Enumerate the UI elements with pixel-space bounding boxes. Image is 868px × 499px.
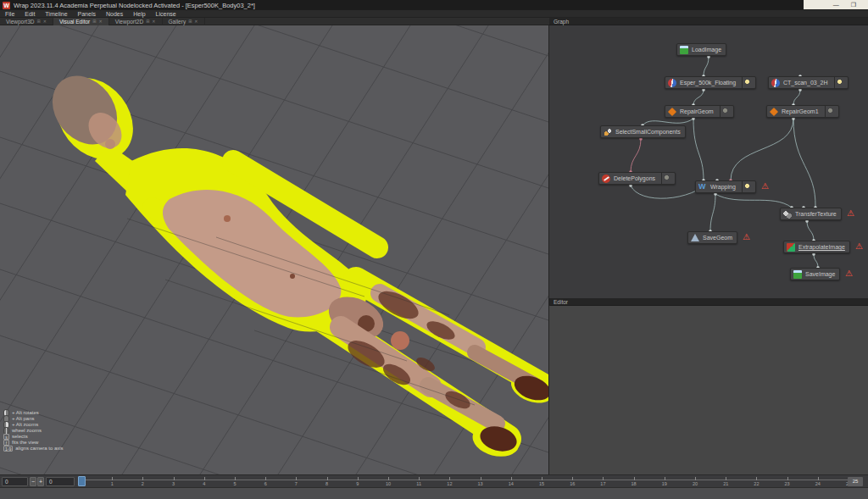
node-CT_scan_03_2H[interactable]: CT_scan_03_2H <box>768 76 849 89</box>
timeline-tick <box>695 477 696 480</box>
menu-item-file[interactable]: File <box>0 10 19 18</box>
tab-visual-editor[interactable]: Visual Editor⊞✕ <box>53 18 109 25</box>
timeline-ruler[interactable] <box>81 480 849 480</box>
tab-label: Gallery <box>169 19 186 25</box>
frame-increment-button[interactable]: + <box>37 477 44 486</box>
tab-viewport2d[interactable]: Viewport2D⊞✕ <box>109 18 163 25</box>
visibility-bulb-icon[interactable] <box>661 173 670 184</box>
visibility-bulb-icon[interactable] <box>834 77 843 88</box>
node-TransferTexture[interactable]: TransferTexture <box>780 208 842 220</box>
edge-Wrapping-to-TransferTexture <box>715 194 792 208</box>
node-SaveImage[interactable]: SaveImage <box>790 268 840 280</box>
node-SaveGeom[interactable]: SaveGeom <box>687 231 737 244</box>
timeline-tick-label: 16 <box>570 481 575 486</box>
legend-text: fits the view <box>12 440 38 445</box>
node-label: ExtrapolateImage <box>798 244 845 250</box>
timeline-tick-label: 21 <box>723 481 728 486</box>
edge-TransferTexture-to-ExtrapolateImage <box>807 221 814 241</box>
viewport-hotkey-legend: + Alt rotates+ Alt pans+ Alt zoomswheel … <box>3 410 64 451</box>
tab-label: Viewport3D <box>6 19 34 25</box>
node-label: SaveGeom <box>703 235 732 241</box>
tab-close-icon[interactable]: ✕ <box>43 19 47 24</box>
tab-split-icon[interactable]: ⊞ <box>36 19 40 24</box>
viewport-3d[interactable]: + Alt rotates+ Alt pans+ Alt zoomswheel … <box>0 25 548 474</box>
timeline-playhead[interactable] <box>78 476 86 486</box>
menu-item-license[interactable]: License <box>151 10 181 18</box>
timeline-tick <box>388 477 389 480</box>
menu-item-help[interactable]: Help <box>128 10 150 18</box>
timeline-tick-label: 6 <box>264 481 267 486</box>
node-SelectSmallComponents[interactable]: SelectSmallComponents <box>600 125 686 138</box>
node-RepairGeom[interactable]: RepairGeom <box>665 105 734 118</box>
timeline-tick <box>634 477 635 480</box>
node-LoadImage[interactable]: LoadImage <box>676 43 726 56</box>
editor-panel-header: Editor <box>549 298 868 306</box>
legend-row: + Alt rotates <box>3 410 64 415</box>
timeline-tick-label: 13 <box>478 481 483 486</box>
repairgeom-icon <box>668 107 676 115</box>
minimize-button[interactable]: — <box>833 0 839 9</box>
legend-text: wheel zooms <box>12 428 42 433</box>
timeline-tick <box>542 477 542 480</box>
ct_scan_03_2h-icon <box>771 79 780 87</box>
viewport-canvas <box>0 25 548 474</box>
menu-item-timeline[interactable]: Timeline <box>40 10 72 18</box>
timeline-tick <box>818 477 819 480</box>
menu-item-edit[interactable]: Edit <box>19 10 40 18</box>
savegeom-icon <box>691 234 699 241</box>
scanned-body-model <box>39 63 548 461</box>
editor-panel[interactable] <box>549 306 868 474</box>
timeline-tick-label: 17 <box>600 481 605 486</box>
node-graph-panel[interactable]: LoadImageEsper_500k_FloatingCT_scan_03_2… <box>549 25 868 298</box>
edge-Esper_500k_Floating-to-RepairGeom <box>693 90 704 105</box>
node-ExtrapolateImage[interactable]: ExtrapolateImage <box>783 241 850 253</box>
timeline-tick-label: 7 <box>295 481 298 486</box>
edge-RepairGeom-to-Wrapping <box>693 119 704 180</box>
node-Esper_500k_Floating[interactable]: Esper_500k_Floating <box>665 76 756 89</box>
timeline-tick-label: 14 <box>509 481 514 486</box>
legend-row: + Alt zooms <box>3 422 64 427</box>
visibility-bulb-icon[interactable] <box>720 106 729 117</box>
tab-viewport3d[interactable]: Viewport3D⊞✕ <box>0 18 53 25</box>
tab-split-icon[interactable]: ⊞ <box>188 19 192 24</box>
loadimage-icon <box>680 46 688 54</box>
visibility-bulb-icon[interactable] <box>742 181 751 192</box>
repairgeom1-icon <box>770 107 778 115</box>
timeline-tick <box>296 477 297 480</box>
timeline-tick <box>572 477 573 480</box>
timeline-tick-label: 8 <box>326 481 328 486</box>
viewport-tab-bar: Viewport3D⊞✕Visual Editor⊞✕Viewport2D⊞✕G… <box>0 18 549 25</box>
node-label: DeletePolygons <box>614 175 655 181</box>
tab-close-icon[interactable]: ✕ <box>194 19 198 24</box>
tab-close-icon[interactable]: ✕ <box>98 19 102 24</box>
timeline-end-frame[interactable]: 25 <box>848 477 863 486</box>
tab-close-icon[interactable]: ✕ <box>152 19 155 24</box>
tab-gallery[interactable]: Gallery⊞✕ <box>163 18 205 25</box>
menu-item-nodes[interactable]: Nodes <box>101 10 128 18</box>
frame-value-field[interactable]: 0 <box>46 477 75 486</box>
node-RepairGeom1[interactable]: RepairGeom1 <box>766 105 839 118</box>
visibility-bulb-icon[interactable] <box>825 106 834 117</box>
timeline-tick-label: 2 <box>142 481 144 486</box>
timeline-tick <box>265 477 266 480</box>
node-Wrapping[interactable]: Wrapping <box>695 180 756 193</box>
timeline-tick <box>603 477 604 480</box>
legend-row: 1-9aligns camera to axis <box>3 446 64 451</box>
tab-split-icon[interactable]: ⊞ <box>146 19 149 24</box>
timeline-tick <box>112 477 113 480</box>
maximize-button[interactable]: ❐ <box>851 0 856 9</box>
timeline-tick <box>174 477 175 480</box>
node-label: SelectSmallComponents <box>615 129 681 135</box>
tab-split-icon[interactable]: ⊞ <box>92 19 96 24</box>
frame-decrement-button[interactable]: − <box>30 477 36 486</box>
wrapping-icon <box>698 183 707 191</box>
visibility-bulb-icon[interactable] <box>742 77 751 88</box>
warning-icon: ⚠ <box>855 242 863 251</box>
timeline-tick <box>235 477 236 480</box>
node-DeletePolygons[interactable]: DeletePolygons <box>598 172 676 185</box>
frame-number-field[interactable]: 0 <box>2 477 28 486</box>
node-label: RepairGeom1 <box>782 108 819 114</box>
timeline-tick-label: 10 <box>386 481 391 486</box>
tab-label: Visual Editor <box>59 19 90 25</box>
menu-item-panels[interactable]: Panels <box>73 10 101 18</box>
